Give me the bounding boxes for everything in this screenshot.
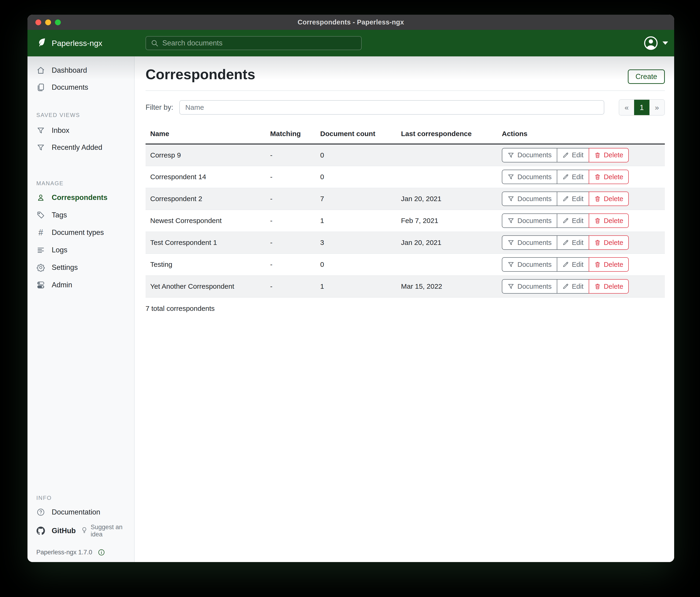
create-button[interactable]: Create: [628, 69, 665, 84]
cell-last-correspondence: [396, 144, 497, 166]
info-block: INFO Documentation: [27, 495, 134, 556]
hash-icon: #: [36, 229, 45, 237]
filter-name-input[interactable]: [179, 100, 604, 115]
brand[interactable]: Paperless-ngx: [36, 30, 102, 56]
cell-matching: -: [266, 210, 316, 232]
trash-icon: [594, 195, 601, 202]
search-input[interactable]: [162, 39, 356, 47]
cell-matching: -: [266, 254, 316, 276]
row-action-group: Documents Edit Delete: [502, 148, 629, 162]
page-head: Correspondents Create: [146, 66, 665, 84]
manage-group: Correspondents Tags # Document types: [27, 192, 134, 297]
cell-document-count: 3: [316, 232, 396, 254]
sidebar-item-label: Document types: [52, 229, 104, 237]
toggles-icon: [36, 281, 45, 289]
macos-titlebar: Correspondents - Paperless-ngx: [27, 15, 674, 30]
row-documents-button[interactable]: Documents: [502, 170, 557, 184]
row-edit-button[interactable]: Edit: [557, 192, 589, 206]
row-action-group: Documents Edit Delete: [502, 257, 629, 272]
row-delete-button[interactable]: Delete: [589, 235, 629, 250]
row-edit-button[interactable]: Edit: [557, 148, 589, 162]
total-count: 7 total correspondents: [146, 305, 665, 312]
funnel-icon: [36, 143, 45, 152]
pencil-icon: [562, 152, 569, 159]
cell-name: Newest Correspondent: [146, 210, 266, 232]
sidebar-item-correspondents[interactable]: Correspondents: [27, 192, 134, 203]
sidebar-item-documentation[interactable]: Documentation: [27, 507, 134, 518]
sidebar-item-documents[interactable]: Documents: [27, 82, 134, 93]
sidebar-item-settings[interactable]: Settings: [27, 262, 134, 273]
info-circle-icon[interactable]: [98, 549, 105, 556]
app-version: Paperless-ngx 1.7.0: [36, 549, 92, 556]
row-edit-button[interactable]: Edit: [557, 170, 589, 184]
row-edit-button[interactable]: Edit: [557, 213, 589, 228]
cell-matching: -: [266, 144, 316, 166]
suggest-idea-link[interactable]: Suggest an idea: [81, 524, 134, 538]
row-edit-button[interactable]: Edit: [557, 279, 589, 294]
row-documents-button[interactable]: Documents: [502, 148, 557, 162]
cell-document-count: 1: [316, 210, 396, 232]
global-search[interactable]: [146, 36, 361, 50]
row-delete-button[interactable]: Delete: [589, 279, 629, 294]
version-row: Paperless-ngx 1.7.0: [27, 549, 134, 556]
pencil-icon: [562, 239, 569, 246]
pencil-icon: [562, 261, 569, 268]
chevron-down-icon: [662, 42, 668, 45]
row-documents-button[interactable]: Documents: [502, 279, 557, 294]
pagination-prev-button[interactable]: «: [619, 100, 634, 115]
sidebar-item-github[interactable]: GitHub: [27, 525, 76, 536]
sidebar-item-document-types[interactable]: # Document types: [27, 227, 134, 238]
sidebar-item-tags[interactable]: Tags: [27, 210, 134, 221]
row-delete-button[interactable]: Delete: [589, 257, 629, 272]
cell-last-correspondence: [396, 166, 497, 188]
sidebar-item-recently-added[interactable]: Recently Added: [27, 142, 134, 153]
sidebar-item-admin[interactable]: Admin: [27, 279, 134, 291]
trash-icon: [594, 283, 601, 290]
funnel-icon: [507, 195, 515, 202]
cell-actions: Documents Edit Delete: [497, 188, 665, 210]
row-delete-button[interactable]: Delete: [589, 213, 629, 228]
cell-document-count: 0: [316, 144, 396, 166]
cell-name: Corresp 9: [146, 144, 266, 166]
row-delete-button[interactable]: Delete: [589, 170, 629, 184]
pagination-next-button[interactable]: »: [649, 100, 665, 115]
sidebar-item-inbox[interactable]: Inbox: [27, 125, 134, 136]
user-menu[interactable]: [644, 30, 668, 56]
cell-last-correspondence: [396, 254, 497, 276]
lightbulb-icon: [81, 527, 88, 535]
row-documents-button[interactable]: Documents: [502, 257, 557, 272]
row-delete-button[interactable]: Delete: [589, 192, 629, 206]
pagination-page-1[interactable]: 1: [634, 100, 649, 115]
sidebar-item-label: GitHub: [52, 527, 76, 535]
pencil-icon: [562, 217, 569, 224]
home-icon: [36, 66, 45, 75]
minimize-window-button[interactable]: [45, 19, 51, 25]
search-icon: [151, 39, 158, 47]
row-delete-button[interactable]: Delete: [589, 148, 629, 162]
row-edit-button[interactable]: Edit: [557, 257, 589, 272]
sidebar-item-dashboard[interactable]: Dashboard: [27, 65, 134, 76]
close-window-button[interactable]: [35, 19, 41, 25]
row-documents-button[interactable]: Documents: [502, 235, 557, 250]
cell-matching: -: [266, 276, 316, 297]
table-row: Test Correspondent 1 - 3 Jan 20, 2021 Do…: [146, 232, 665, 254]
table-row: Yet Another Correspondent - 1 Mar 15, 20…: [146, 276, 665, 297]
cell-name: Correspondent 2: [146, 188, 266, 210]
zoom-window-button[interactable]: [55, 19, 61, 25]
pencil-icon: [562, 195, 569, 202]
sidebar-item-logs[interactable]: Logs: [27, 244, 134, 256]
files-icon: [36, 83, 45, 92]
table-row: Correspondent 14 - 0 Documents Edit: [146, 166, 665, 188]
row-documents-button[interactable]: Documents: [502, 192, 557, 206]
sidebar-item-label: Documentation: [52, 508, 100, 517]
sidebar-item-label: Admin: [52, 281, 72, 289]
section-info: INFO: [27, 495, 134, 502]
funnel-icon: [507, 261, 515, 268]
pagination: « 1 »: [619, 99, 665, 116]
cell-name: Test Correspondent 1: [146, 232, 266, 254]
app-window: Correspondents - Paperless-ngx Paperless…: [27, 15, 674, 562]
cell-document-count: 0: [316, 166, 396, 188]
table-header-row: Name Matching Document count Last corres…: [146, 124, 665, 144]
row-documents-button[interactable]: Documents: [502, 213, 557, 228]
row-edit-button[interactable]: Edit: [557, 235, 589, 250]
